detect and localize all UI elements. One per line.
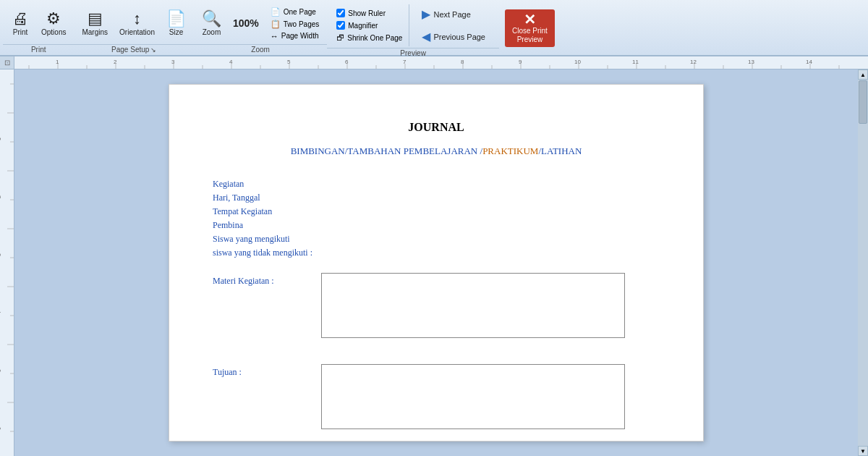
zoom-percent-icon: 100% — [233, 18, 259, 28]
subtitle-part-3: /LATIHAN — [538, 145, 582, 156]
one-page-item[interactable]: 📄 One Page — [268, 7, 321, 17]
show-ruler-checkbox[interactable] — [336, 9, 345, 17]
ruler-area: ⊡ — [0, 56, 868, 69]
svg-text:5: 5 — [287, 59, 291, 65]
preview-group: Show Ruler Magnifier 🗗 Shrink One Page ▶… — [327, 1, 499, 55]
svg-text:3: 3 — [0, 253, 1, 256]
svg-text:14: 14 — [806, 59, 812, 65]
margins-button[interactable]: ▤ Margins — [77, 4, 113, 43]
ribbon: 🖨 Print ⚙ Options Print ▤ Margins — [0, 0, 868, 56]
shrink-icon: 🗗 — [336, 33, 344, 42]
print-button[interactable]: 🖨 Print — [6, 4, 35, 43]
two-pages-icon: 📋 — [271, 20, 281, 29]
vertical-ruler-svg: 1 2 3 4 5 6 — [0, 69, 14, 456]
close-icon: ✕ — [524, 12, 536, 27]
close-print-preview-button[interactable]: ✕ Close Print Preview — [505, 9, 555, 47]
field-hari-tanggal-label: Hari, Tanggal — [213, 193, 260, 203]
print-group-label: Print — [3, 44, 74, 55]
svg-text:10: 10 — [574, 59, 581, 65]
orientation-button[interactable]: ↕ Orientation — [114, 4, 160, 43]
content-area: JOURNAL BIMBINGAN/TAMBAHAN PEMBELAJARAN … — [14, 69, 858, 456]
scroll-down-button[interactable]: ▼ — [858, 446, 868, 456]
page-width-item[interactable]: ↔ Page Width — [268, 31, 321, 41]
orientation-label: Orientation — [119, 28, 155, 36]
subtitle-part-1: BIMBINGAN/TAMBAHAN PEMBELAJARAN / — [291, 145, 482, 156]
svg-text:9: 9 — [519, 59, 522, 65]
one-page-label: One Page — [284, 8, 316, 16]
field-siswa-mengikuti: Siswa yang mengikuti — [213, 234, 660, 245]
vertical-ruler: 1 2 3 4 5 6 — [0, 69, 14, 456]
size-button[interactable]: 📄 Size — [161, 4, 191, 43]
svg-text:6: 6 — [0, 427, 1, 430]
orientation-icon: ↕ — [133, 11, 141, 27]
print-label: Print — [13, 28, 28, 36]
zoom-button[interactable]: 🔍 Zoom — [197, 4, 226, 43]
previous-page-button[interactable]: ◀ Previous Page — [415, 27, 492, 46]
page-width-label: Page Width — [281, 32, 319, 40]
materi-kegiatan-box[interactable] — [321, 273, 625, 338]
materi-kegiatan-label: Materi Kegiatan : — [213, 273, 321, 287]
svg-text:8: 8 — [461, 59, 464, 65]
magnifier-checkbox[interactable] — [336, 21, 345, 30]
svg-text:12: 12 — [690, 59, 697, 65]
two-pages-item[interactable]: 📋 Two Pages — [268, 19, 321, 30]
zoom-group-label: Zoom — [194, 44, 327, 55]
close-print-preview-wrapper: ✕ Close Print Preview — [499, 1, 561, 55]
field-pembina: Pembina — [213, 220, 660, 231]
options-button[interactable]: ⚙ Options — [36, 4, 71, 43]
svg-rect-0 — [14, 56, 868, 69]
margins-label: Margins — [82, 28, 108, 36]
svg-text:7: 7 — [403, 59, 407, 65]
previous-page-label: Previous Page — [433, 33, 485, 41]
margins-icon: ▤ — [88, 11, 103, 27]
next-page-label: Next Page — [433, 10, 470, 19]
print-icon: 🖨 — [12, 11, 28, 27]
zoom-label: Zoom — [203, 28, 221, 36]
svg-text:4: 4 — [0, 311, 1, 314]
ruler-corner[interactable]: ⊡ — [0, 56, 14, 69]
prev-page-icon: ◀ — [422, 30, 430, 43]
field-siswa-tidak-label: siswa yang tidak mengikuti : — [213, 248, 312, 258]
field-siswa-mengikuti-label: Siswa yang mengikuti — [213, 234, 290, 244]
document-title: JOURNAL — [213, 121, 660, 134]
next-page-icon: ▶ — [422, 7, 430, 21]
show-ruler-item[interactable]: Show Ruler — [334, 8, 404, 18]
options-label: Options — [41, 28, 66, 36]
svg-text:1: 1 — [0, 138, 1, 140]
field-hari-tanggal: Hari, Tanggal — [213, 193, 660, 203]
main-area: 1 2 3 4 5 6 JOURNAL BIMBINGAN/TAMBAHAN P… — [0, 69, 868, 456]
horizontal-ruler: 1 2 3 4 5 6 7 8 9 10 11 12 13 14 — [14, 56, 868, 69]
scroll-track[interactable] — [858, 80, 868, 446]
scroll-up-button[interactable]: ▲ — [858, 69, 868, 80]
zoom-group: 🔍 Zoom 100% 📄 One Page 📋 Two Pages — [194, 1, 327, 55]
zoom-value-button[interactable]: 100% — [228, 4, 264, 43]
close-print-label: Close Print Preview — [512, 27, 548, 44]
tujuan-section: Tujuan : — [213, 364, 660, 444]
magnifier-label: Magnifier — [348, 22, 378, 30]
field-siswa-tidak: siswa yang tidak mengikuti : — [213, 248, 660, 258]
one-page-icon: 📄 — [271, 7, 281, 17]
subtitle-part-2: PRAKTIKUM — [482, 145, 538, 156]
document-page: JOURNAL BIMBINGAN/TAMBAHAN PEMBELAJARAN … — [169, 84, 704, 442]
show-ruler-label: Show Ruler — [348, 9, 386, 17]
materi-kegiatan-section: Materi Kegiatan : — [213, 273, 660, 352]
ruler-svg: 1 2 3 4 5 6 7 8 9 10 11 12 13 14 — [14, 56, 868, 69]
svg-text:4: 4 — [229, 59, 233, 65]
field-kegiatan: Kegiatan — [213, 179, 660, 190]
tujuan-box[interactable] — [321, 364, 625, 429]
svg-text:2: 2 — [0, 195, 1, 198]
print-group: 🖨 Print ⚙ Options Print — [3, 1, 74, 55]
scroll-thumb[interactable] — [859, 80, 867, 124]
page-width-icon: ↔ — [271, 32, 278, 41]
page-setup-group: ▤ Margins ↕ Orientation 📄 Size Page Setu… — [74, 1, 194, 55]
shrink-one-page-label: Shrink One Page — [347, 34, 402, 42]
next-page-button[interactable]: ▶ Next Page — [415, 4, 492, 24]
two-pages-label: Two Pages — [284, 20, 319, 28]
expand-icon[interactable]: ↘ — [150, 46, 156, 54]
field-kegiatan-label: Kegiatan — [213, 179, 244, 189]
magnifier-item[interactable]: Magnifier — [334, 20, 404, 30]
svg-text:6: 6 — [345, 59, 349, 65]
svg-text:11: 11 — [632, 59, 639, 65]
document-fields: Kegiatan Hari, Tanggal Tempat Kegiatan P… — [213, 179, 660, 258]
shrink-one-page-item[interactable]: 🗗 Shrink One Page — [334, 33, 404, 43]
